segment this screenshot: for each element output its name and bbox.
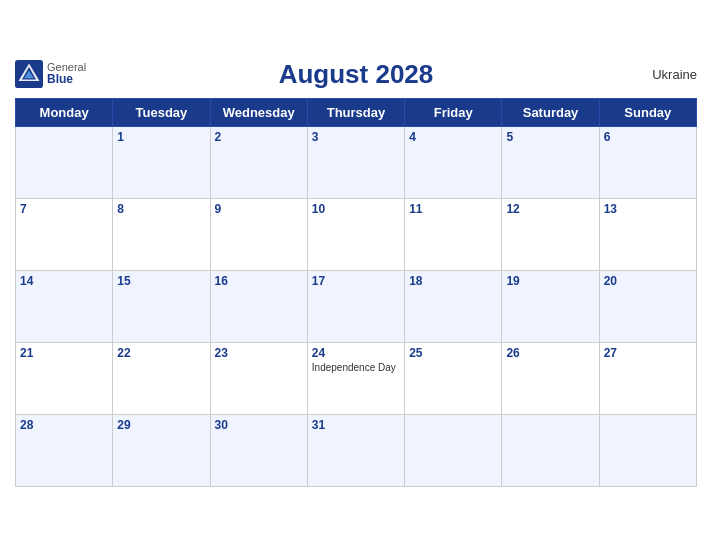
- calendar-day-cell: [16, 126, 113, 198]
- calendar-day-cell: 24Independence Day: [307, 342, 404, 414]
- logo-blue-text: Blue: [47, 73, 86, 86]
- event-label: Independence Day: [312, 362, 400, 373]
- day-number: 30: [215, 418, 303, 432]
- calendar-day-cell: [599, 414, 696, 486]
- calendar-day-cell: 30: [210, 414, 307, 486]
- day-number: 16: [215, 274, 303, 288]
- day-number: 4: [409, 130, 497, 144]
- day-number: 28: [20, 418, 108, 432]
- day-number: 20: [604, 274, 692, 288]
- calendar-day-cell: 11: [405, 198, 502, 270]
- calendar-day-cell: 10: [307, 198, 404, 270]
- calendar-day-cell: 27: [599, 342, 696, 414]
- calendar-day-cell: 4: [405, 126, 502, 198]
- logo-text: General Blue: [47, 61, 86, 86]
- calendar-day-cell: 1: [113, 126, 210, 198]
- calendar-container: General Blue August 2028 Ukraine Monday …: [0, 49, 712, 502]
- day-number: 17: [312, 274, 400, 288]
- calendar-day-cell: 23: [210, 342, 307, 414]
- day-number: 3: [312, 130, 400, 144]
- calendar-day-cell: 17: [307, 270, 404, 342]
- day-number: 15: [117, 274, 205, 288]
- calendar-day-cell: 14: [16, 270, 113, 342]
- calendar-header: General Blue August 2028 Ukraine: [15, 59, 697, 90]
- weekday-header-row: Monday Tuesday Wednesday Thursday Friday…: [16, 98, 697, 126]
- calendar-day-cell: 6: [599, 126, 696, 198]
- calendar-day-cell: 21: [16, 342, 113, 414]
- day-number: 22: [117, 346, 205, 360]
- calendar-week-row: 123456: [16, 126, 697, 198]
- day-number: 13: [604, 202, 692, 216]
- day-number: 21: [20, 346, 108, 360]
- day-number: 18: [409, 274, 497, 288]
- calendar-day-cell: [502, 414, 599, 486]
- calendar-week-row: 28293031: [16, 414, 697, 486]
- calendar-day-cell: 9: [210, 198, 307, 270]
- day-number: 1: [117, 130, 205, 144]
- header-tuesday: Tuesday: [113, 98, 210, 126]
- header-monday: Monday: [16, 98, 113, 126]
- calendar-day-cell: 8: [113, 198, 210, 270]
- calendar-day-cell: 7: [16, 198, 113, 270]
- day-number: 24: [312, 346, 400, 360]
- day-number: 27: [604, 346, 692, 360]
- calendar-day-cell: 13: [599, 198, 696, 270]
- calendar-day-cell: 28: [16, 414, 113, 486]
- day-number: 8: [117, 202, 205, 216]
- header-thursday: Thursday: [307, 98, 404, 126]
- day-number: 2: [215, 130, 303, 144]
- calendar-day-cell: 31: [307, 414, 404, 486]
- calendar-day-cell: 26: [502, 342, 599, 414]
- header-sunday: Sunday: [599, 98, 696, 126]
- calendar-day-cell: 19: [502, 270, 599, 342]
- day-number: 19: [506, 274, 594, 288]
- day-number: 23: [215, 346, 303, 360]
- day-number: 5: [506, 130, 594, 144]
- day-number: 6: [604, 130, 692, 144]
- calendar-day-cell: [405, 414, 502, 486]
- calendar-day-cell: 22: [113, 342, 210, 414]
- day-number: 26: [506, 346, 594, 360]
- day-number: 12: [506, 202, 594, 216]
- day-number: 11: [409, 202, 497, 216]
- calendar-day-cell: 18: [405, 270, 502, 342]
- logo-icon: [15, 60, 43, 88]
- day-number: 9: [215, 202, 303, 216]
- header-wednesday: Wednesday: [210, 98, 307, 126]
- calendar-day-cell: 3: [307, 126, 404, 198]
- day-number: 31: [312, 418, 400, 432]
- calendar-day-cell: 12: [502, 198, 599, 270]
- calendar-title: August 2028: [279, 59, 434, 90]
- calendar-day-cell: 29: [113, 414, 210, 486]
- day-number: 10: [312, 202, 400, 216]
- header-saturday: Saturday: [502, 98, 599, 126]
- day-number: 29: [117, 418, 205, 432]
- calendar-week-row: 21222324Independence Day252627: [16, 342, 697, 414]
- calendar-day-cell: 25: [405, 342, 502, 414]
- calendar-week-row: 78910111213: [16, 198, 697, 270]
- logo-area: General Blue: [15, 60, 86, 88]
- day-number: 14: [20, 274, 108, 288]
- calendar-day-cell: 15: [113, 270, 210, 342]
- calendar-day-cell: 20: [599, 270, 696, 342]
- header-friday: Friday: [405, 98, 502, 126]
- calendar-week-row: 14151617181920: [16, 270, 697, 342]
- calendar-grid: Monday Tuesday Wednesday Thursday Friday…: [15, 98, 697, 487]
- day-number: 7: [20, 202, 108, 216]
- calendar-day-cell: 16: [210, 270, 307, 342]
- country-label: Ukraine: [652, 67, 697, 82]
- calendar-day-cell: 5: [502, 126, 599, 198]
- calendar-day-cell: 2: [210, 126, 307, 198]
- day-number: 25: [409, 346, 497, 360]
